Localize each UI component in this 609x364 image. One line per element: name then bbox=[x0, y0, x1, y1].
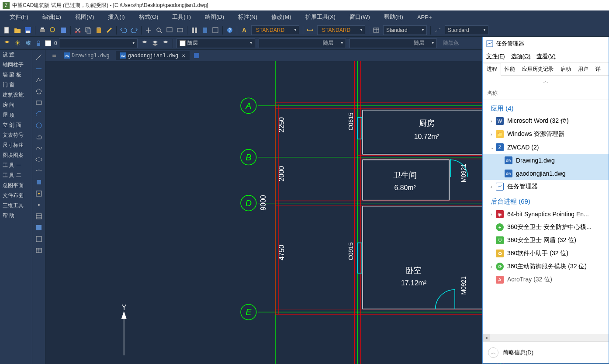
spline-icon[interactable] bbox=[34, 143, 44, 153]
side-3d[interactable]: 三维工具 bbox=[0, 201, 32, 211]
new-tab-icon[interactable] bbox=[192, 51, 201, 60]
tm-hscrollbar[interactable]: ◄ bbox=[483, 334, 609, 341]
menu-tools[interactable]: 工具(T) bbox=[165, 11, 198, 23]
cut-icon[interactable] bbox=[73, 26, 82, 35]
revcloud-icon[interactable] bbox=[34, 132, 44, 142]
rect-icon[interactable] bbox=[34, 98, 44, 107]
hatch-icon[interactable] bbox=[34, 211, 44, 221]
pan-icon[interactable] bbox=[144, 26, 153, 35]
tm-bg-360defense[interactable]: › ⟳ 360主动防御服务模块 (32 位) bbox=[483, 260, 609, 273]
side-elev[interactable]: 立 剖 面 bbox=[0, 120, 32, 130]
line-icon[interactable] bbox=[34, 52, 44, 62]
circle-icon[interactable] bbox=[34, 121, 44, 130]
layer-swatch-icon[interactable] bbox=[45, 39, 53, 48]
lock-icon[interactable] bbox=[34, 39, 43, 48]
tm-collapse-toggle[interactable]: ︿ bbox=[483, 76, 609, 87]
light-on-icon[interactable]: ☀ bbox=[13, 39, 22, 48]
side-wall[interactable]: 墙 梁 板 bbox=[0, 70, 32, 80]
insert-icon[interactable] bbox=[34, 177, 44, 187]
layer-icon[interactable] bbox=[3, 39, 11, 48]
zoom-icon[interactable] bbox=[155, 26, 163, 35]
linetype-dropdown[interactable]: 随层 bbox=[259, 38, 346, 48]
layer-dropdown[interactable] bbox=[59, 38, 138, 48]
arc-icon[interactable] bbox=[34, 109, 44, 119]
doc-tab-gaodongjian[interactable]: dw gaodongjian1.dwg ✕ bbox=[116, 51, 190, 60]
tablestyle-dropdown[interactable]: Standard bbox=[383, 25, 427, 35]
side-layout[interactable]: 文件布图 bbox=[0, 191, 32, 201]
tm-app-explorer[interactable]: › 📁 Windows 资源管理器 bbox=[483, 128, 609, 141]
lineweight-dropdown[interactable]: 随层 bbox=[349, 38, 437, 48]
menu-edit[interactable]: 编辑(E) bbox=[35, 11, 68, 23]
block-icon[interactable] bbox=[34, 189, 44, 198]
pline-icon[interactable] bbox=[34, 75, 44, 85]
region-icon[interactable] bbox=[34, 234, 44, 244]
side-facility[interactable]: 建筑设施 bbox=[0, 90, 32, 100]
menu-view[interactable]: 视图(V) bbox=[68, 11, 101, 23]
print-icon[interactable] bbox=[38, 26, 47, 35]
tm-tab-details[interactable]: 详 bbox=[592, 63, 604, 75]
paste-icon[interactable] bbox=[94, 26, 103, 35]
tm-menu-view[interactable]: 查看(V) bbox=[536, 52, 555, 60]
zoom-window-icon[interactable] bbox=[165, 26, 174, 35]
collapse-icon[interactable]: ︿ bbox=[488, 347, 498, 358]
tm-menu-file[interactable]: 文件(F) bbox=[486, 52, 505, 60]
tm-tab-processes[interactable]: 进程 bbox=[483, 63, 501, 76]
doc-menu-icon[interactable]: ≡ bbox=[50, 51, 59, 60]
menu-format[interactable]: 格式(O) bbox=[132, 11, 166, 23]
save-icon[interactable] bbox=[24, 26, 32, 35]
layer-walk-icon[interactable] bbox=[161, 39, 170, 48]
ellipse-icon[interactable] bbox=[34, 155, 44, 164]
menu-insert[interactable]: 插入(I) bbox=[101, 11, 131, 23]
help-icon[interactable]: ? bbox=[225, 26, 234, 35]
tm-sub-drawing1[interactable]: dw Drawing1.dwg bbox=[483, 154, 609, 167]
tab-close-icon[interactable]: ✕ bbox=[182, 53, 185, 58]
match-icon[interactable] bbox=[105, 26, 114, 35]
menu-modify[interactable]: 修改(M) bbox=[264, 11, 298, 23]
menu-app[interactable]: APP+ bbox=[410, 12, 439, 22]
ellipsearc-icon[interactable] bbox=[34, 166, 44, 176]
scroll-left-icon[interactable]: ◄ bbox=[483, 334, 490, 341]
layer-prev-icon[interactable] bbox=[140, 39, 149, 48]
undo-icon[interactable] bbox=[119, 26, 128, 35]
menu-help[interactable]: 帮助(H) bbox=[377, 11, 410, 23]
tm-menu-options[interactable]: 选项(O) bbox=[511, 52, 531, 60]
side-door[interactable]: 门 窗 bbox=[0, 80, 32, 90]
ray-icon[interactable] bbox=[34, 64, 44, 73]
tm-bg-acrotray[interactable]: A AcroTray (32 位) bbox=[483, 273, 609, 286]
textstyle-dropdown[interactable]: STANDARD bbox=[251, 25, 299, 35]
tm-bg-360safe1[interactable]: + 360安全卫士 安全防护中心模... bbox=[483, 221, 609, 234]
doc-tab-drawing1[interactable]: dw Drawing1.dwg bbox=[59, 51, 114, 60]
table-icon[interactable] bbox=[34, 246, 44, 255]
redo-icon[interactable] bbox=[130, 26, 138, 35]
tm-app-taskmgr[interactable]: › 任务管理器 bbox=[483, 180, 609, 193]
tm-tab-startup[interactable]: 启动 bbox=[557, 63, 574, 75]
new-icon[interactable] bbox=[3, 26, 11, 35]
dimstyle-icon[interactable] bbox=[306, 26, 315, 35]
zoom-prev-icon[interactable] bbox=[176, 26, 184, 35]
mleader-dropdown[interactable]: Standard bbox=[445, 25, 488, 35]
side-symbol[interactable]: 文表符号 bbox=[0, 130, 32, 140]
tm-bg-360safe2[interactable]: 🛡 360安全卫士 网盾 (32 位) bbox=[483, 234, 609, 247]
gradient-icon[interactable] bbox=[34, 223, 44, 232]
tm-app-word[interactable]: › W Microsoft Word (32 位) bbox=[483, 114, 609, 128]
preview-icon[interactable] bbox=[48, 26, 57, 35]
menu-ext[interactable]: 扩展工具(X) bbox=[298, 11, 343, 23]
side-room[interactable]: 房 间 bbox=[0, 100, 32, 110]
side-dim[interactable]: 尺寸标注 bbox=[0, 140, 32, 150]
publish-icon[interactable] bbox=[59, 26, 68, 35]
layer-states-icon[interactable] bbox=[151, 39, 159, 48]
menu-dim[interactable]: 标注(N) bbox=[231, 11, 264, 23]
side-tool2[interactable]: 工 具 二 bbox=[0, 170, 32, 180]
props-icon[interactable] bbox=[190, 26, 199, 35]
side-block[interactable]: 图块图案 bbox=[0, 150, 32, 160]
point-icon[interactable] bbox=[34, 200, 44, 210]
tm-column-name[interactable]: 名称 bbox=[483, 87, 609, 100]
task-manager-window[interactable]: 任务管理器 文件(F) 选项(O) 查看(V) 进程 性能 应用历史记录 启动 … bbox=[482, 37, 609, 364]
side-siteplan[interactable]: 总图平面 bbox=[0, 180, 32, 191]
tablestyle-icon[interactable] bbox=[372, 26, 381, 35]
side-grid[interactable]: 轴网柱子 bbox=[0, 60, 32, 70]
freeze-icon[interactable]: ❄ bbox=[24, 39, 32, 48]
textstyle-icon[interactable]: A bbox=[240, 26, 249, 35]
menu-window[interactable]: 窗口(W) bbox=[343, 11, 377, 23]
tm-tab-history[interactable]: 应用历史记录 bbox=[519, 63, 557, 75]
